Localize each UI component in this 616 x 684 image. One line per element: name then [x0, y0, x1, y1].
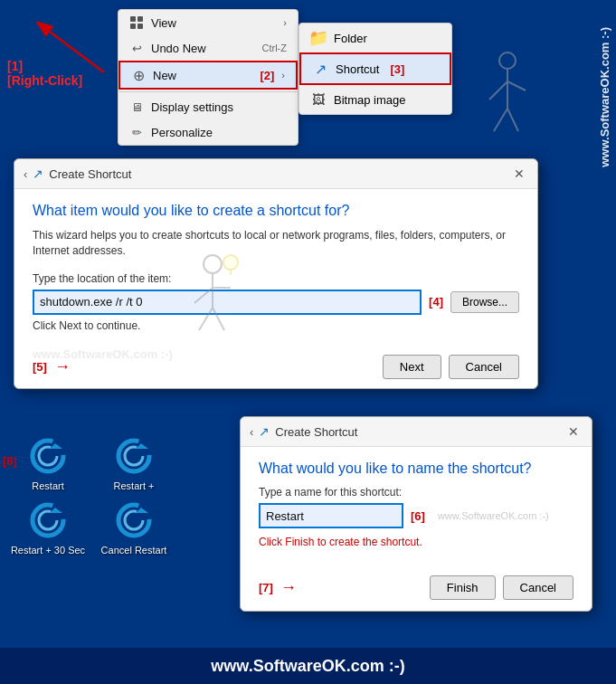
shortcut-label: Shortcut: [336, 62, 379, 76]
bottom-bar-text: www.SoftwareOK.com :-): [211, 657, 404, 676]
dialog2-field-label: Type a name for this shortcut:: [259, 486, 573, 499]
folder-label: Folder: [334, 32, 367, 45]
svg-point-23: [39, 511, 57, 529]
dialog1-footer-area: [5] → Next Cancel: [14, 355, 537, 388]
dialog1-annotation-row: [5] → Next Cancel: [14, 355, 537, 388]
svg-point-22: [33, 505, 63, 536]
dialog1-cancel-button[interactable]: Cancel: [449, 355, 519, 379]
svg-point-2: [499, 52, 516, 69]
desktop-icon-restart-30[interactable]: Restart + 30 Sec: [7, 499, 89, 556]
dialog2-close-button[interactable]: ✕: [564, 423, 583, 441]
dialog1-back-btn[interactable]: ‹: [24, 167, 27, 181]
svg-line-7: [507, 109, 518, 131]
annotation-7-arrow: →: [280, 578, 297, 597]
dialog2-cancel-button[interactable]: Cancel: [503, 575, 573, 600]
restart-plus-svg: [114, 436, 154, 476]
annotation-1: [1] [Right-Click]: [7, 59, 82, 88]
dialog1-field-badge: [4]: [429, 295, 443, 309]
svg-point-20: [125, 447, 143, 465]
dialog1-input-row: [4] Browse...: [33, 290, 519, 315]
context-menu-item-display[interactable]: 🖥 Display settings: [118, 94, 298, 119]
dialog1-field-label: Type the location of the item:: [33, 272, 519, 285]
desktop-icon-cancel-restart-label: Cancel Restart: [101, 545, 167, 556]
wizard-dialog-1: ‹ ↗ Create Shortcut ✕ What item would yo…: [14, 158, 538, 389]
new-icon: ⊕: [131, 68, 146, 82]
desktop-icon-restart[interactable]: Restart: [7, 434, 89, 491]
undo-shortcut: Ctrl-Z: [262, 43, 288, 53]
right-watermark: www.SoftwareOK.com :-): [598, 27, 611, 167]
svg-point-16: [33, 441, 63, 471]
svg-marker-18: [50, 443, 62, 449]
dialog2-titlebar: ‹ ↗ Create Shortcut ✕: [241, 417, 592, 447]
dialog1-titlebar: ‹ ↗ Create Shortcut ✕: [14, 159, 537, 189]
desktop-icon-restart-plus-label: Restart +: [114, 480, 155, 491]
desktop-icon-cancel-restart[interactable]: Cancel Restart: [93, 499, 175, 556]
svg-point-19: [118, 441, 149, 471]
desktop-icons-grid: Restart Restart + Restart +: [7, 434, 175, 556]
desktop-icon-restart-30-label: Restart + 30 Sec: [11, 545, 85, 556]
svg-point-26: [125, 511, 143, 529]
submenu-item-folder[interactable]: 📁 Folder: [299, 24, 451, 52]
svg-line-14: [199, 308, 213, 330]
svg-point-8: [204, 255, 222, 273]
display-label: Display settings: [151, 100, 287, 114]
shortcut-icon: ↗: [312, 61, 328, 77]
bottom-bar: www.SoftwareOK.com :-): [0, 648, 616, 684]
context-menu-item-personalize[interactable]: ✏ Personalize: [118, 119, 298, 145]
submenu-item-shortcut[interactable]: ↗ Shortcut [3]: [299, 52, 451, 85]
context-menu-area: View › ↩ Undo New Ctrl-Z ⊕ New [2] › 🖥 D…: [118, 5, 498, 146]
bitmap-icon: 🖼: [310, 91, 327, 108]
svg-marker-27: [136, 508, 148, 513]
personalize-label: Personalize: [151, 126, 287, 139]
wizard-dialog-2: ‹ ↗ Create Shortcut ✕ What would you lik…: [240, 416, 592, 612]
dialog2-name-input[interactable]: [259, 503, 403, 528]
desktop-icons-area: Restart Restart + Restart +: [7, 434, 175, 556]
context-menu-item-undo[interactable]: ↩ Undo New Ctrl-Z: [118, 35, 298, 61]
svg-marker-21: [136, 443, 148, 449]
dialog2-field-badge: [6]: [411, 509, 425, 523]
dialog1-description: This wizard helps you to create shortcut…: [33, 228, 519, 259]
menu-separator-1: [118, 91, 298, 92]
dialog1-footer: Next Cancel: [78, 355, 519, 379]
desktop-icon-restart-plus[interactable]: Restart +: [93, 434, 175, 491]
annotation-8: [8]: [3, 452, 17, 469]
dialog1-close-button[interactable]: ✕: [510, 165, 528, 183]
display-icon: 🖥: [129, 100, 144, 114]
context-menu-item-new[interactable]: ⊕ New [2] ›: [118, 61, 298, 90]
dialog2-hint: Click Finish to create the shortcut.: [259, 536, 573, 548]
cancel-restart-icon-img: [112, 499, 156, 542]
dialog1-titlebar-left: ‹ ↗ Create Shortcut: [24, 166, 131, 181]
dialog2-footer-area: [7] → Finish Cancel: [241, 571, 592, 611]
submenu: 📁 Folder ↗ Shortcut [3] 🖼 Bitmap image: [299, 23, 452, 115]
dialog1-title: Create Shortcut: [49, 167, 131, 181]
dialog1-next-button[interactable]: Next: [383, 355, 441, 379]
view-arrow: ›: [283, 17, 287, 28]
dialog1-hint: Click Next to continue.: [33, 319, 519, 332]
submenu-item-bitmap[interactable]: 🖼 Bitmap image: [299, 85, 451, 114]
new-badge: [2]: [260, 69, 274, 82]
svg-line-12: [194, 288, 213, 303]
dialog2-heading: What would you like to name the shortcut…: [259, 461, 573, 477]
svg-point-9: [223, 255, 238, 270]
annotation-8-label: [8]: [3, 454, 17, 468]
restart-30-svg: [28, 500, 68, 540]
dialog2-finish-button[interactable]: Finish: [430, 575, 496, 600]
new-label: New: [153, 69, 249, 82]
svg-line-5: [507, 81, 526, 90]
bitmap-label: Bitmap image: [334, 93, 405, 107]
context-menu-item-view[interactable]: View ›: [118, 10, 298, 35]
dialog1-browse-button[interactable]: Browse...: [450, 291, 519, 313]
new-arrow: ›: [281, 70, 285, 81]
dialog1-content: What item would you like to create a sho…: [14, 189, 537, 355]
restart-icon-img: [26, 434, 70, 478]
dialog2-back-btn[interactable]: ‹: [250, 425, 253, 439]
desktop-icon-restart-label: Restart: [32, 480, 63, 491]
stickman-dialog: [181, 253, 244, 344]
dialog2-watermark-inline: www.SoftwareOK.com :-): [438, 510, 549, 521]
view-icon: [129, 15, 144, 30]
svg-point-17: [39, 447, 57, 465]
dialog2-content: What would you like to name the shortcut…: [241, 447, 592, 571]
folder-icon: 📁: [310, 30, 327, 46]
annotation-5: [5]: [33, 360, 47, 374]
svg-marker-24: [50, 508, 62, 513]
